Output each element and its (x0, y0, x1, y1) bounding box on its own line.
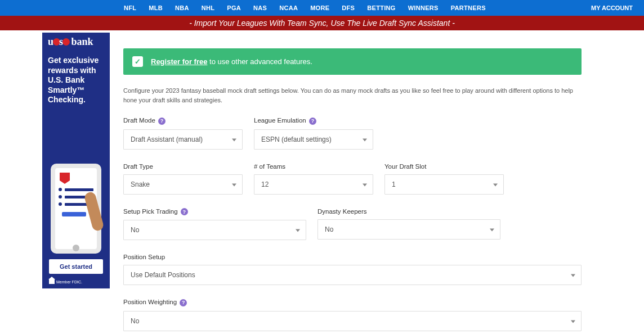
label-position-weight: Position Weighting ? (123, 299, 582, 306)
group-draft-type: Draft Type Snake (123, 163, 243, 195)
top-nav: NFL MLB NBA NHL PGA NAS NCAA MORE DFS BE… (0, 0, 644, 16)
group-dynasty-keepers: Dynasty Keepers No (317, 208, 500, 241)
select-draft-type[interactable]: Snake (123, 174, 243, 195)
help-icon[interactable]: ? (158, 118, 166, 125)
group-league-emulation: League Emulation ? ESPN (default setting… (254, 117, 373, 150)
ad-cta-button[interactable]: Get started (49, 259, 103, 274)
announcement-text: - Import Your Leagues With Team Sync, Us… (189, 19, 455, 28)
label-dynasty-keepers: Dynasty Keepers (317, 208, 500, 215)
nav-right: MY ACCOUNT (591, 4, 633, 12)
help-icon[interactable]: ? (309, 118, 316, 125)
nav-pga[interactable]: PGA (227, 4, 241, 11)
label-draft-type: Draft Type (123, 163, 243, 170)
nav-winners[interactable]: WINNERS (408, 4, 439, 11)
label-position-setup: Position Setup (123, 254, 582, 260)
register-link[interactable]: Register for free (151, 57, 207, 66)
register-banner: ✓ Register for free to use other advance… (123, 48, 582, 75)
label-draft-slot: Your Draft Slot (384, 163, 504, 170)
group-position-setup: Position Setup Use Default Positions (123, 254, 582, 285)
my-account-link[interactable]: MY ACCOUNT (591, 4, 633, 11)
ad-logo: us bank (42, 33, 110, 49)
nav-nfl[interactable]: NFL (124, 4, 136, 11)
row-position-setup: Position Setup Use Default Positions (123, 254, 582, 285)
banner-text: Register for free to use other advanced … (151, 57, 312, 66)
nav-links: NFL MLB NBA NHL PGA NAS NCAA MORE DFS BE… (124, 4, 486, 11)
nav-betting[interactable]: BETTING (367, 4, 395, 11)
label-num-teams: # of Teams (254, 163, 373, 170)
select-draft-slot[interactable]: 1 (384, 174, 504, 195)
nav-nhl[interactable]: NHL (202, 4, 215, 11)
nav-partners[interactable]: PARTNERS (451, 4, 486, 11)
ad-headline: Get exclusive rewards with U.S. Bank Sma… (42, 49, 110, 105)
row-type-teams-slot: Draft Type Snake # of Teams 12 Your Draf… (123, 163, 582, 195)
row-trading-dynasty: Setup Pick Trading ? No Dynasty Keepers … (123, 208, 582, 241)
select-num-teams[interactable]: 12 (254, 174, 373, 195)
row-mode-emulation: Draft Mode ? Draft Assistant (manual) Le… (123, 117, 582, 150)
nav-nas[interactable]: NAS (253, 4, 267, 11)
nav-mlb[interactable]: MLB (149, 4, 163, 11)
label-draft-mode: Draft Mode ? (123, 117, 243, 125)
sidebar-ad[interactable]: us bank Get exclusive rewards with U.S. … (42, 33, 110, 288)
check-icon: ✓ (132, 56, 143, 67)
nav-dfs[interactable]: DFS (342, 4, 355, 11)
nav-ncaa[interactable]: NCAA (279, 4, 298, 11)
help-icon[interactable]: ? (180, 299, 187, 306)
group-position-weight: Position Weighting ? No (123, 299, 582, 331)
label-pick-trading: Setup Pick Trading ? (123, 208, 306, 216)
page-layout: us bank Get exclusive rewards with U.S. … (0, 30, 644, 334)
nav-more[interactable]: MORE (310, 4, 329, 11)
ad-image (42, 105, 110, 260)
label-league-emulation: League Emulation ? (254, 117, 373, 125)
group-draft-slot: Your Draft Slot 1 (384, 163, 504, 195)
main-content: ✓ Register for free to use other advance… (110, 30, 613, 334)
intro-text: Configure your 2023 fantasy baseball moc… (123, 86, 582, 105)
select-dynasty-keepers[interactable]: No (317, 219, 500, 240)
help-icon[interactable]: ? (181, 208, 188, 215)
select-draft-mode[interactable]: Draft Assistant (manual) (123, 129, 243, 150)
row-position-weight: Position Weighting ? No (123, 299, 582, 331)
announcement-bar: - Import Your Leagues With Team Sync, Us… (0, 16, 644, 30)
banner-rest: to use other advanced features. (207, 57, 312, 66)
group-num-teams: # of Teams 12 (254, 163, 373, 195)
select-pick-trading[interactable]: No (123, 220, 306, 240)
group-draft-mode: Draft Mode ? Draft Assistant (manual) (123, 117, 243, 150)
select-position-weight[interactable]: No (123, 311, 582, 331)
group-pick-trading: Setup Pick Trading ? No (123, 208, 306, 241)
equal-housing-icon (49, 279, 55, 284)
nav-nba[interactable]: NBA (175, 4, 189, 11)
select-league-emulation[interactable]: ESPN (default settings) (254, 129, 373, 150)
ad-disclaimer: Member FDIC. (42, 279, 110, 288)
select-position-setup[interactable]: Use Default Positions (123, 265, 582, 285)
